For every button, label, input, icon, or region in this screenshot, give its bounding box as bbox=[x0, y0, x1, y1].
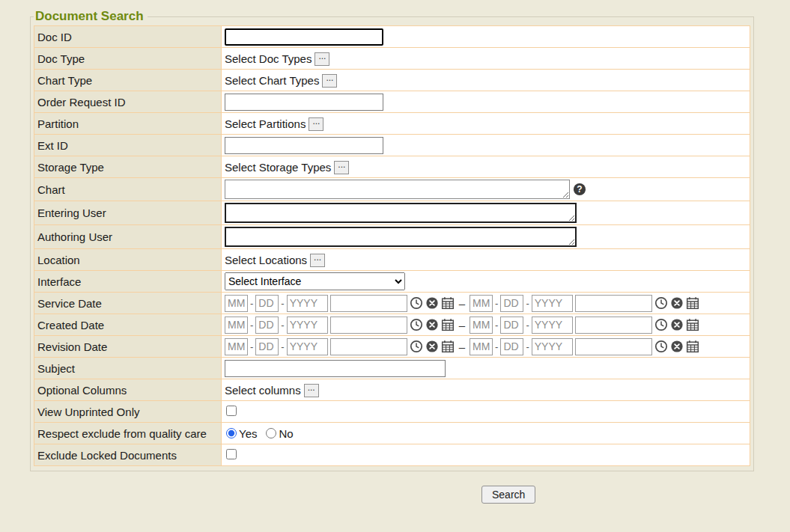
day-input[interactable] bbox=[500, 295, 523, 312]
clear-icon[interactable] bbox=[425, 318, 439, 331]
subject-label: Subject bbox=[34, 358, 222, 379]
order-request-id-input[interactable] bbox=[225, 94, 383, 111]
interface-select[interactable]: Select Interface bbox=[225, 272, 405, 290]
doc-id-field-cell bbox=[222, 26, 750, 48]
time-input[interactable] bbox=[575, 295, 652, 312]
authoring-user-field-cell bbox=[222, 225, 750, 249]
optional-columns-selected-text: Select columns bbox=[225, 384, 301, 397]
exclude-locked-checkbox[interactable] bbox=[226, 449, 237, 459]
calendar-icon[interactable] bbox=[686, 296, 699, 310]
chart-textarea[interactable] bbox=[225, 180, 570, 199]
month-input[interactable] bbox=[470, 317, 493, 334]
chart-type-label: Chart Type bbox=[34, 70, 222, 91]
authoring-user-textarea[interactable] bbox=[225, 227, 577, 247]
month-input[interactable] bbox=[470, 295, 493, 312]
month-input[interactable] bbox=[225, 338, 248, 355]
subject-input[interactable] bbox=[225, 360, 446, 377]
search-form-table: Doc ID Doc Type Select Doc Types... Char… bbox=[34, 25, 750, 466]
row-authoring-user: Authoring User bbox=[34, 225, 750, 249]
clear-icon[interactable] bbox=[425, 340, 439, 353]
calendar-icon[interactable] bbox=[686, 318, 699, 331]
row-created-date: Created Date - - bbox=[34, 314, 750, 336]
row-entering-user: Entering User bbox=[34, 201, 750, 225]
storage-type-picker-button[interactable]: ... bbox=[334, 161, 349, 174]
time-input[interactable] bbox=[330, 338, 407, 355]
search-button[interactable]: Search bbox=[481, 486, 535, 504]
row-ext-id: Ext ID bbox=[34, 135, 750, 156]
clock-icon[interactable] bbox=[654, 296, 668, 310]
created-date-field-cell: - - – - bbox=[222, 314, 750, 336]
time-input[interactable] bbox=[575, 338, 652, 355]
row-service-date: Service Date - - bbox=[34, 293, 750, 314]
time-input[interactable] bbox=[330, 295, 407, 312]
day-input[interactable] bbox=[500, 317, 523, 334]
quality-care-no-option[interactable]: No bbox=[264, 427, 293, 440]
revision-date-from-group: - - bbox=[225, 338, 455, 355]
interface-label: Interface bbox=[34, 271, 222, 293]
ext-id-input[interactable] bbox=[225, 137, 383, 154]
day-input[interactable] bbox=[255, 338, 279, 355]
ext-id-field-cell bbox=[222, 135, 750, 156]
clock-icon[interactable] bbox=[410, 318, 423, 331]
respect-exclude-label: Respect exclude from quality care bbox=[34, 423, 222, 444]
view-unprinted-checkbox[interactable] bbox=[226, 406, 237, 416]
time-input[interactable] bbox=[330, 317, 407, 334]
month-input[interactable] bbox=[225, 317, 248, 334]
clear-icon[interactable] bbox=[670, 340, 684, 353]
optional-columns-field-cell: Select columns... bbox=[222, 379, 750, 401]
view-unprinted-label: View Unprinted Only bbox=[34, 401, 222, 423]
clear-icon[interactable] bbox=[425, 296, 439, 310]
ext-id-label: Ext ID bbox=[34, 135, 222, 156]
revision-date-field-cell: - - – - bbox=[222, 336, 750, 358]
calendar-icon[interactable] bbox=[441, 340, 455, 353]
calendar-icon[interactable] bbox=[441, 296, 455, 310]
month-input[interactable] bbox=[470, 338, 493, 355]
clear-icon[interactable] bbox=[670, 318, 684, 331]
entering-user-textarea[interactable] bbox=[225, 203, 577, 223]
day-input[interactable] bbox=[255, 295, 279, 312]
month-input[interactable] bbox=[225, 295, 248, 312]
time-input[interactable] bbox=[575, 317, 652, 334]
year-input[interactable] bbox=[287, 317, 328, 334]
quality-care-yes-option[interactable]: Yes bbox=[225, 427, 257, 440]
row-storage-type: Storage Type Select Storage Types... bbox=[34, 156, 750, 178]
clock-icon[interactable] bbox=[654, 340, 668, 353]
year-input[interactable] bbox=[532, 338, 573, 355]
doc-type-selected-text: Select Doc Types bbox=[225, 52, 312, 65]
doc-id-input[interactable] bbox=[225, 28, 383, 46]
clear-icon[interactable] bbox=[670, 296, 684, 310]
clock-icon[interactable] bbox=[410, 340, 423, 353]
view-unprinted-field-cell bbox=[222, 401, 750, 423]
year-input[interactable] bbox=[532, 317, 573, 334]
help-icon[interactable]: ? bbox=[574, 183, 586, 195]
row-optional-columns: Optional Columns Select columns... bbox=[34, 379, 750, 401]
order-request-id-label: Order Request ID bbox=[34, 91, 222, 113]
row-respect-exclude: Respect exclude from quality care Yes No bbox=[34, 423, 750, 444]
date-part-separator: - bbox=[250, 319, 253, 331]
search-button-row: Search bbox=[30, 486, 790, 504]
exclude-locked-label: Exclude Locked Documents bbox=[34, 444, 222, 466]
day-input[interactable] bbox=[500, 338, 523, 355]
clock-icon[interactable] bbox=[654, 318, 668, 331]
date-part-separator: - bbox=[495, 298, 498, 309]
row-doc-id: Doc ID bbox=[34, 26, 750, 48]
location-picker-button[interactable]: ... bbox=[310, 254, 325, 267]
location-label: Location bbox=[34, 249, 222, 271]
optional-columns-picker-button[interactable]: ... bbox=[304, 384, 319, 397]
year-input[interactable] bbox=[287, 338, 328, 355]
clock-icon[interactable] bbox=[410, 296, 423, 310]
page-container: Document Search Doc ID Doc Type Select D… bbox=[0, 0, 790, 504]
chart-type-picker-button[interactable]: ... bbox=[322, 74, 337, 88]
calendar-icon[interactable] bbox=[441, 318, 455, 331]
quality-care-no-radio[interactable] bbox=[266, 428, 276, 438]
year-input[interactable] bbox=[287, 295, 328, 312]
year-input[interactable] bbox=[532, 295, 573, 312]
range-separator: – bbox=[459, 297, 465, 310]
doc-type-picker-button[interactable]: ... bbox=[315, 52, 329, 66]
quality-care-yes-radio[interactable] bbox=[226, 428, 237, 438]
row-exclude-locked: Exclude Locked Documents bbox=[34, 444, 750, 466]
calendar-icon[interactable] bbox=[686, 340, 699, 353]
day-input[interactable] bbox=[255, 317, 279, 334]
partition-picker-button[interactable]: ... bbox=[309, 117, 323, 131]
quality-care-yes-label: Yes bbox=[239, 427, 257, 440]
